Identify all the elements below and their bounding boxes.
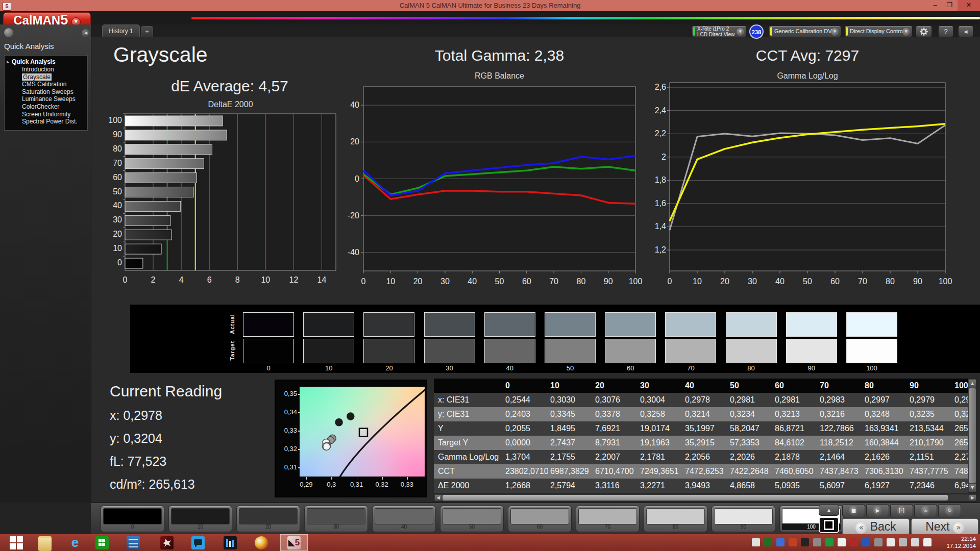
swatch-label-100: 100 <box>846 364 897 372</box>
chevron-down-icon: ▼ <box>831 28 839 36</box>
sidebar-item-introduction[interactable]: Introduction <box>5 66 87 73</box>
table-horizontal-scrollbar[interactable]: ◀ ▶ <box>434 494 977 502</box>
loop-button[interactable]: ∞ <box>914 504 937 517</box>
scroll-up-arrow[interactable]: ▲ <box>969 380 976 388</box>
sidebar-collapse-button[interactable]: ◀ <box>82 29 90 37</box>
pattern-chip <box>714 508 773 524</box>
restore-button[interactable]: ❐ <box>941 0 958 11</box>
collapse-panel-button[interactable]: ◀ <box>958 26 973 37</box>
svg-text:90: 90 <box>113 130 122 139</box>
svg-text:12: 12 <box>289 276 299 284</box>
tray-icon-task-list[interactable] <box>752 538 760 546</box>
pattern-button-20[interactable]: 20 <box>236 506 300 532</box>
tray-icon-volume[interactable] <box>923 538 932 546</box>
pattern-window-button[interactable] <box>819 517 839 533</box>
pattern-button-30[interactable]: 30 <box>304 506 368 532</box>
tree-root[interactable]: Quick Analysis <box>5 56 87 66</box>
scroll-down-arrow[interactable]: ▼ <box>969 484 976 492</box>
taskbar-icon-internet-explorer[interactable]: e <box>68 536 82 549</box>
pattern-button-10[interactable]: 10 <box>168 506 232 532</box>
vscroll-thumb[interactable] <box>969 388 976 483</box>
sidebar-item-grayscale[interactable]: Grayscale <box>5 73 87 81</box>
taskbar-icon-file-explorer[interactable] <box>38 536 52 551</box>
taskbar-icon-calman[interactable]: ◣5 <box>287 536 301 549</box>
add-tab-button[interactable]: + <box>141 26 153 37</box>
back-button[interactable]: « Back <box>842 518 910 535</box>
reading-cdm2: cd/m²: 265,613 <box>110 477 195 492</box>
table-row: y: CIE310,24030,33450,33780,32580,32140,… <box>434 407 968 421</box>
svg-text:2,6: 2,6 <box>655 83 666 91</box>
svg-text:30: 30 <box>440 277 450 286</box>
tray-icon-second-monitor[interactable] <box>874 538 883 546</box>
pattern-button-0[interactable]: 0 <box>101 506 164 532</box>
app-icon: 5 <box>3 2 11 11</box>
pattern-button-90[interactable]: 90 <box>712 506 775 532</box>
meter-count-badge[interactable]: 238 <box>749 24 764 39</box>
sidebar-item-luminance-sweeps[interactable]: Luminance Sweeps <box>5 95 87 103</box>
tray-icon-eagle[interactable] <box>838 538 846 546</box>
svg-text:70: 70 <box>858 277 867 286</box>
svg-text:80: 80 <box>577 277 586 286</box>
tray-icon-volume-red[interactable] <box>789 538 797 546</box>
tray-icon-input-indicator[interactable] <box>776 538 785 546</box>
pattern-button-80[interactable]: 80 <box>644 506 707 532</box>
taskbar-icon-windows-store[interactable] <box>95 536 109 549</box>
tray-icon-xrite-tray[interactable] <box>825 538 834 546</box>
pattern-button-60[interactable]: 60 <box>508 506 572 532</box>
sidebar-item-colorchecker[interactable]: ColorChecker <box>5 103 87 111</box>
svg-text:40: 40 <box>350 101 359 109</box>
taskbar-icon-dragon-gaming[interactable] <box>160 536 174 549</box>
tray-icon-power[interactable] <box>911 538 919 546</box>
sidebar-title: Quick Analysis <box>4 42 54 51</box>
tray-icon-k-tool[interactable] <box>813 538 821 546</box>
sidebar-item-screen-uniformity[interactable]: Screen Uniformity <box>5 111 87 118</box>
pattern-button-50[interactable]: 50 <box>440 506 504 532</box>
help-button[interactable]: ? <box>938 26 953 37</box>
cell: 0,2981 <box>730 393 773 407</box>
next-button[interactable]: Next » <box>911 518 978 535</box>
system-clock[interactable]: 22:14 17.12.2014 <box>946 536 976 549</box>
taskbar-icon-control-panel[interactable] <box>127 536 140 549</box>
cell: 2,5794 <box>550 479 593 493</box>
tray-icon-capture[interactable] <box>801 538 809 546</box>
display-control-dropdown[interactable]: Direct Display Control ▼ <box>844 26 913 37</box>
pattern-button-40[interactable]: 40 <box>372 506 436 532</box>
pattern-range-button[interactable]: [·] <box>890 504 913 517</box>
svg-text:14: 14 <box>317 276 327 284</box>
taskbar-icon-messaging[interactable] <box>191 536 205 549</box>
sidebar-item-saturation-sweeps[interactable]: Saturation Sweeps <box>5 88 87 96</box>
hscroll-thumb[interactable] <box>443 495 948 500</box>
sidebar-item-cms-calibration[interactable]: CMS Calibration <box>5 81 87 88</box>
sidebar-item-spectral-power-dist-[interactable]: Spectral Power Dist. <box>5 118 87 126</box>
rgb-chart-title: RGB Balance <box>363 71 635 81</box>
svg-text:0: 0 <box>668 277 672 286</box>
tray-icon-nvidia[interactable] <box>764 538 772 546</box>
cell: 2,1626 <box>865 450 908 464</box>
stop-button[interactable]: ■ <box>842 504 865 517</box>
refresh-button[interactable]: ↻ <box>938 504 961 517</box>
actual-swatch-60 <box>605 312 656 337</box>
settings-gear-button[interactable] <box>916 26 932 37</box>
taskbar-icon-audio-mixer[interactable] <box>224 536 237 549</box>
taskbar-icon-start[interactable] <box>9 536 22 549</box>
scroll-left-arrow[interactable]: ◀ <box>435 495 442 500</box>
tray-icon-catalyst[interactable] <box>862 538 870 546</box>
svg-text:90: 90 <box>913 277 922 286</box>
meter-dropdown[interactable]: X-Rite i1Pro 2 LCD Direct View ▼ <box>692 26 747 37</box>
cell: 2,27 <box>954 450 968 464</box>
play-button[interactable]: ▶ <box>866 504 889 517</box>
tray-icon-network[interactable] <box>899 538 907 546</box>
tab-history-1[interactable]: History 1 <box>102 24 140 37</box>
source-dropdown[interactable]: Generic Calibration DVD ▼ <box>769 26 841 37</box>
actual-swatch-0 <box>243 312 294 337</box>
sidebar-dot-button[interactable] <box>4 28 13 37</box>
taskbar-icon-paint-palette[interactable] <box>255 536 268 549</box>
tray-icon-action-flag[interactable] <box>887 538 895 546</box>
pattern-up-button[interactable]: ▲ <box>819 505 839 516</box>
table-vertical-scrollbar[interactable]: ▲ ▼ <box>968 379 977 493</box>
pattern-button-70[interactable]: 70 <box>576 506 640 532</box>
scroll-right-arrow[interactable]: ▶ <box>969 495 976 500</box>
tray-icon-adobe[interactable] <box>850 538 858 546</box>
svg-text:40: 40 <box>468 277 477 286</box>
close-button[interactable]: ✕ <box>958 0 980 11</box>
